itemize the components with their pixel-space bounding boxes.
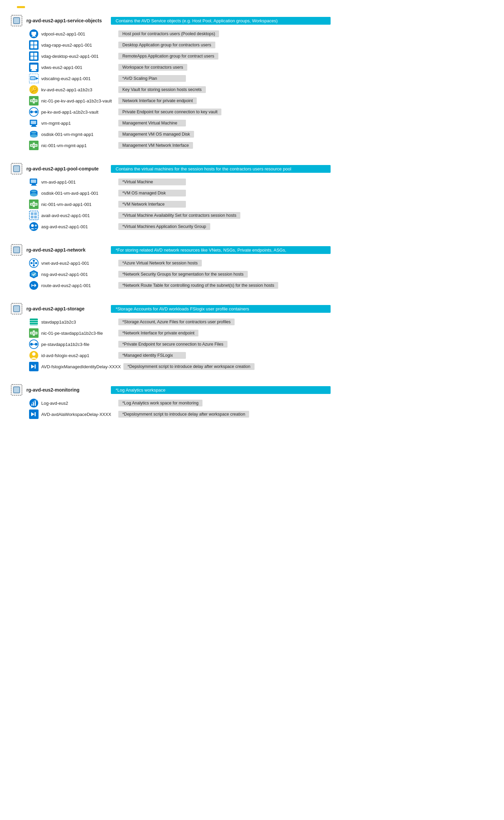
rg-icon-rg-service-objects (10, 14, 23, 27)
resource-row-route: route-avd-eus2-app1-001*Network Route Ta… (29, 281, 494, 290)
rg-desc-rg-storage: *Storage Accounts for AVD workloads FSlo… (111, 305, 331, 313)
svg-rect-55 (32, 184, 36, 185)
res-desc-avail: *Virtual Machine Availability Set for co… (118, 212, 240, 219)
svg-point-80 (35, 262, 37, 264)
resource-row-vnet: vnet-avd-eus2-app1-001*Azure Virtual Net… (29, 258, 494, 268)
svg-rect-67 (33, 206, 35, 207)
rg-desc-rg-network: *For storing related AVD network resourc… (111, 246, 331, 254)
res-icon-route (29, 281, 39, 290)
svg-rect-11 (29, 51, 39, 61)
res-name-vdag-desktop: vdag-desktop-eus2-app1-001 (41, 54, 116, 59)
resource-list-rg-storage: stavdapp1a1b2c3*Storage Account, Azure F… (29, 317, 494, 371)
res-icon-asg (29, 222, 39, 231)
svg-rect-99 (33, 334, 35, 336)
rg-section-rg-pool-compute: rg-avd-eus2-app1-pool-computeContains th… (10, 162, 494, 231)
res-desc-vdag-desktop: RemoteApps Application group for contrac… (118, 53, 218, 60)
res-name-osdisk-avd: osdisk-001-vm-avd-app1-001 (41, 191, 116, 196)
res-icon-nic-avd (29, 200, 39, 209)
res-icon-vdscaling (29, 74, 39, 83)
resource-row-osdisk-avd: osdisk-001-vm-avd-app1-001*VM OS managed… (29, 188, 494, 198)
rg-desc-rg-pool-compute: Contains the virtual machines for the se… (111, 165, 331, 173)
rg-row-rg-monitoring: rg-avd-eus2-monitoring*Log Analytics wor… (10, 383, 494, 396)
svg-rect-8 (34, 42, 37, 45)
svg-rect-50 (33, 147, 35, 148)
svg-rect-97 (35, 333, 37, 333)
svg-rect-98 (33, 330, 35, 332)
res-desc-nic-avd: *VM Network Interface (118, 201, 186, 208)
res-name-vnet: vnet-avd-eus2-app1-001 (41, 261, 116, 266)
res-icon-osdisk-avd (29, 188, 39, 198)
res-icon-vm-avd (29, 177, 39, 187)
res-desc-vdag-rapp: Desktop Application group for contractor… (118, 42, 215, 48)
subscription-badge (17, 6, 25, 8)
svg-point-81 (33, 260, 35, 262)
res-icon-kv: 🔑 (29, 85, 39, 94)
rg-desc-rg-monitoring: *Log Analytics workspace (111, 386, 331, 394)
svg-rect-69 (31, 212, 33, 215)
resource-row-vm-mgmt: vm-mgmt-app1Management Virtual Machine (29, 118, 494, 128)
svg-rect-4 (32, 35, 35, 36)
svg-point-101 (30, 343, 33, 346)
res-name-asg: asg-avd-eus2-app1-001 (41, 224, 116, 229)
resource-row-avd-ala-script: AVD-avdAlaWorkspaceDelay-XXXX*Depsloymme… (29, 409, 494, 419)
svg-rect-27 (31, 100, 32, 101)
svg-rect-12 (30, 53, 33, 56)
svg-rect-18 (32, 69, 36, 70)
res-desc-nic-mgmt: Management VM Network Interface (118, 142, 193, 149)
res-icon-avd-fslogix-script (29, 362, 39, 371)
svg-rect-6 (29, 40, 39, 50)
res-name-nsg: nsg-avd-eus2-app1-001 (41, 272, 116, 277)
res-name-vdws: vdws-eus2-app1-001 (41, 65, 116, 70)
svg-rect-70 (34, 212, 37, 215)
rg-row-rg-pool-compute: rg-avd-eus2-app1-pool-computeContains th… (10, 162, 494, 175)
svg-rect-95 (31, 333, 32, 333)
svg-rect-52 (14, 166, 20, 172)
res-icon-vdpool (29, 29, 39, 39)
res-desc-pe-kv: Private Endpoint for secure connection t… (118, 109, 221, 115)
res-icon-avd-ala-script (29, 409, 39, 419)
res-desc-avd-ala-script: *Depsloymment script to introduce delay … (118, 411, 249, 418)
svg-rect-48 (35, 145, 37, 146)
svg-text:🔑: 🔑 (30, 87, 37, 93)
svg-point-73 (29, 222, 38, 231)
svg-rect-71 (31, 216, 33, 218)
res-icon-vm-mgmt (29, 118, 39, 128)
res-icon-osdisk-mgmt (29, 130, 39, 139)
rg-name-rg-network: rg-avd-eus2-app1-network (26, 247, 107, 253)
svg-rect-30 (33, 98, 35, 99)
res-name-avail: avail-avd-eus2-app1-001 (41, 213, 116, 218)
res-name-nic-mgmt: nic-001-vm-mgmt-app1 (41, 143, 116, 148)
svg-rect-113 (33, 402, 34, 406)
svg-point-102 (35, 343, 38, 346)
svg-point-75 (35, 225, 37, 227)
svg-rect-29 (35, 100, 37, 101)
svg-rect-96 (33, 333, 34, 333)
svg-rect-13 (34, 53, 37, 56)
svg-point-60 (31, 190, 37, 192)
res-name-kv: kv-avd-eus2-app1-a1b2c3 (41, 87, 116, 92)
res-name-nic-kv: nic-01-pe-kv-avd-app1-a1b2c3-vault (41, 98, 116, 103)
svg-point-59 (30, 193, 38, 196)
rg-icon-rg-storage (10, 302, 23, 315)
res-desc-pe-stavd: *Private Endpoint for secure connection … (118, 341, 227, 348)
res-desc-nsg: *Network Security Groups for segmentatio… (118, 271, 248, 278)
svg-rect-7 (30, 42, 33, 45)
svg-rect-112 (31, 404, 32, 406)
svg-rect-56 (31, 185, 37, 186)
svg-rect-72 (34, 216, 37, 218)
svg-rect-9 (30, 45, 33, 48)
resource-row-vdws: vdws-eus2-app1-001Workspace for contract… (29, 63, 494, 72)
svg-rect-38 (32, 125, 36, 126)
res-name-avd-fslogix-script: AVD-fslogixManagedIdentityDelay-XXXX (41, 364, 121, 369)
rg-name-rg-storage: rg-avd-eus2-app1-storage (26, 306, 107, 311)
resource-row-kv: 🔑 kv-avd-eus2-app1-a1b2c3Key Vault for s… (29, 85, 494, 94)
res-desc-kv: Key Vault for storing session hosts secr… (118, 86, 206, 93)
page-container: rg-avd-eus2-app1-service-objectsContains… (0, 0, 504, 445)
svg-rect-15 (34, 56, 37, 60)
svg-point-43 (31, 132, 37, 134)
svg-marker-22 (36, 77, 39, 80)
res-name-stavdapp: stavdapp1a1b2c3 (41, 320, 116, 325)
res-icon-pe-kv (29, 107, 39, 117)
res-icon-nsg (29, 270, 39, 279)
rg-desc-rg-service-objects: Contains the AVD Service objects (e.g. H… (111, 17, 331, 25)
